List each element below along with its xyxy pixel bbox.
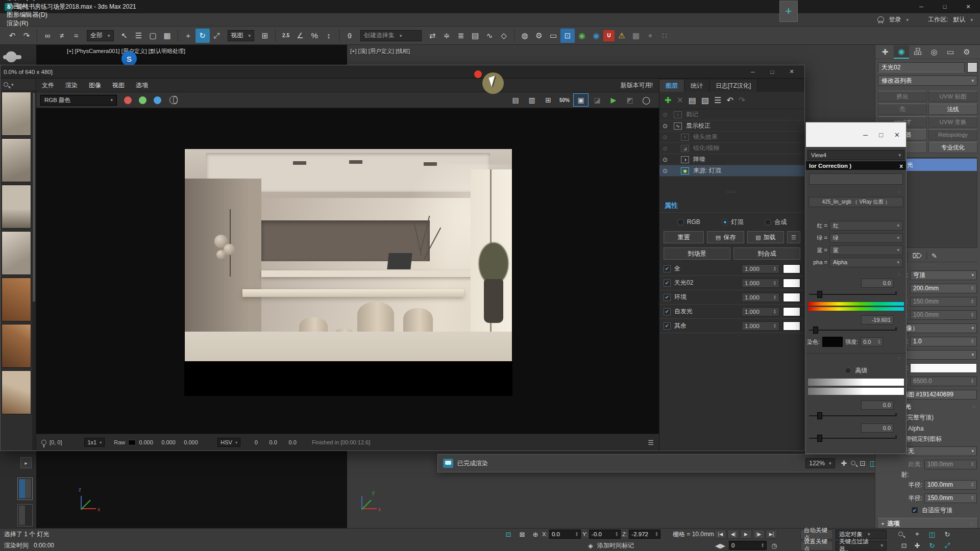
srgb-toggle-icon[interactable] bbox=[169, 96, 178, 104]
layer-row-denoise[interactable]: ⊙ ◑ 降噪 bbox=[659, 154, 804, 165]
modifier-button[interactable]: UVW 贴图 bbox=[928, 91, 977, 102]
modifier-button[interactable]: 专业优化 bbox=[928, 142, 977, 153]
lightmix-color-swatch[interactable] bbox=[783, 293, 800, 302]
curve-editor-icon[interactable]: ∿ bbox=[482, 29, 497, 43]
vfb-close-button[interactable]: ✕ bbox=[782, 66, 801, 78]
save-button[interactable]: ▤保存 bbox=[707, 231, 744, 243]
use-pivot-center-icon[interactable]: ⊞ bbox=[258, 29, 272, 43]
x-coordinate-field[interactable]: 0.0 bbox=[549, 530, 581, 539]
set-keys-button[interactable]: + bbox=[779, 1, 798, 22]
tab-display[interactable]: ▭ bbox=[943, 45, 958, 59]
saturation-value-field[interactable]: -19.601 bbox=[861, 315, 894, 324]
probe-size-dropdown[interactable]: 1x1 bbox=[84, 438, 105, 447]
layer-explorer-icon[interactable]: ▤ bbox=[468, 29, 482, 43]
cc-maximize-button[interactable]: □ bbox=[879, 131, 883, 139]
modifier-button[interactable]: 挤出 bbox=[878, 91, 927, 102]
vfb-minimize-button[interactable]: ─ bbox=[743, 66, 763, 78]
level-slider[interactable] bbox=[809, 435, 897, 442]
workspace-selector[interactable]: 默认 bbox=[953, 15, 965, 24]
history-thumbnail[interactable] bbox=[2, 185, 31, 229]
radio-composite[interactable]: 合成 bbox=[765, 218, 787, 227]
object-name-field[interactable]: 天光02 bbox=[878, 62, 965, 72]
warning-icon[interactable]: ⚠ bbox=[615, 29, 629, 43]
zoom-extents-icon[interactable]: ◫ bbox=[926, 531, 938, 538]
to-scene-button[interactable]: 到场景 bbox=[664, 247, 730, 260]
y-coordinate-field[interactable]: -0.0 bbox=[589, 530, 621, 539]
multiplier-field[interactable]: 1.0 bbox=[910, 337, 977, 346]
cc-source-button[interactable]: 425_lin_srgb （ VRay 位图 ） bbox=[808, 197, 903, 207]
zoom-icon[interactable] bbox=[898, 532, 903, 536]
lightmix-color-swatch[interactable] bbox=[783, 264, 800, 273]
array-icon[interactable]: ▦ bbox=[629, 29, 643, 43]
orbit-subobject-icon[interactable]: ↻ bbox=[926, 542, 938, 549]
schematic-view-icon[interactable]: ◇ bbox=[497, 29, 511, 43]
menu-item[interactable]: 动画(A) bbox=[0, 2, 54, 11]
cc-header-close[interactable]: x bbox=[900, 163, 903, 169]
spinner[interactable] bbox=[773, 266, 776, 271]
viewport-layout-preset[interactable] bbox=[17, 478, 33, 500]
distance-field[interactable]: 100.0mm bbox=[924, 460, 977, 469]
tab-create[interactable]: ✚ bbox=[877, 45, 893, 59]
selection-filter-dropdown[interactable]: 全部 bbox=[87, 30, 114, 41]
hue-value-field[interactable]: 0.0 bbox=[861, 279, 894, 288]
lightmix-color-swatch[interactable] bbox=[783, 307, 800, 316]
multiplier-field[interactable]: 1.000 bbox=[742, 279, 779, 288]
key-filters-button[interactable]: 关键点过滤器.. bbox=[836, 541, 887, 550]
blue-channel-button[interactable] bbox=[154, 96, 161, 104]
vfb-canvas[interactable] bbox=[36, 108, 659, 434]
configure-modifier-sets-icon[interactable]: ✎ bbox=[932, 252, 937, 260]
layer-menu-icon[interactable]: ☰ bbox=[714, 95, 721, 105]
size-field[interactable]: 100.0mm bbox=[910, 310, 977, 320]
layer-row-display-correction[interactable]: ⊙ ∿ 显示校正 bbox=[659, 120, 804, 132]
lightmix-color-swatch[interactable] bbox=[783, 321, 800, 331]
viewport-layout-preset[interactable] bbox=[17, 504, 33, 527]
named-selection-sets-dropdown[interactable]: 创建选择集 bbox=[360, 30, 422, 41]
tab-layers[interactable]: 图层 bbox=[659, 80, 684, 92]
vfb-menu-item[interactable]: 图像 bbox=[83, 81, 107, 90]
vfb-history-search[interactable]: ▾ bbox=[1, 79, 36, 91]
zoom-50-icon[interactable]: 50% bbox=[557, 93, 572, 107]
vfb-title-bar[interactable]: 0.0% of 640 x 480] ─ □ ✕ bbox=[1, 65, 804, 79]
radius-field[interactable]: 150.0mm bbox=[924, 493, 977, 503]
hsv-dropdown[interactable]: HSV bbox=[217, 438, 240, 447]
rendered-frame-window-icon[interactable]: ▭ bbox=[546, 29, 560, 43]
modifier-button[interactable]: 壳 bbox=[878, 104, 927, 115]
reference-coordinate-dropdown[interactable]: 视图 bbox=[228, 30, 255, 41]
pick-object-icon[interactable]: ◪ bbox=[590, 93, 605, 107]
radio-lightmix[interactable]: 灯混 bbox=[722, 218, 744, 227]
radio-rgb[interactable]: RGB bbox=[677, 218, 700, 226]
advanced-radio[interactable]: 高级 bbox=[806, 366, 906, 375]
redo-icon[interactable]: ↷ bbox=[19, 29, 34, 43]
blue-channel-dropdown[interactable]: 蓝 bbox=[829, 245, 903, 255]
isolate-selection-icon[interactable]: ⊡ bbox=[503, 531, 514, 538]
undo-icon[interactable]: ↶ bbox=[726, 95, 733, 105]
history-thumbnail[interactable] bbox=[2, 231, 31, 275]
orbit-icon[interactable]: ↻ bbox=[942, 531, 953, 538]
delete-layer-icon[interactable]: ✕ bbox=[676, 95, 683, 105]
snap-toggle-icon[interactable]: 2.5 bbox=[279, 29, 293, 43]
rotate-icon[interactable]: ↻ bbox=[195, 29, 210, 43]
scene-explorer-icon[interactable]: ≣ bbox=[454, 29, 468, 43]
bind-spacewarp-icon[interactable]: ≈ bbox=[69, 29, 83, 43]
multiplier-field[interactable]: 1.000 bbox=[742, 264, 779, 273]
save-all-channels-icon[interactable]: ▥ bbox=[524, 93, 540, 107]
cc-title-bar[interactable]: ─ □ ✕ bbox=[806, 122, 906, 147]
undo-icon[interactable]: ↶ bbox=[5, 29, 19, 43]
next-frame-button[interactable]: |▶ bbox=[753, 530, 765, 539]
visibility-eye-icon[interactable]: ⊘ bbox=[663, 145, 674, 152]
saturation-slider[interactable] bbox=[809, 327, 897, 334]
hue-slider[interactable] bbox=[809, 291, 897, 298]
modifier-button[interactable]: UVW 变换 bbox=[928, 116, 977, 128]
panel-splitter[interactable]: ∷∷∷ bbox=[659, 190, 804, 195]
window-close-button[interactable]: ✕ bbox=[957, 0, 980, 13]
render-history-icon[interactable]: ◩ bbox=[622, 93, 638, 107]
frame-back-icon[interactable]: ◀▶ bbox=[715, 542, 726, 549]
reset-button[interactable]: 重置 bbox=[664, 231, 704, 243]
visibility-eye-icon[interactable]: ⊙ bbox=[663, 122, 674, 130]
visibility-eye-icon[interactable]: ⊘ bbox=[663, 111, 674, 118]
green-channel-button[interactable] bbox=[139, 96, 146, 104]
percent-snap-icon[interactable]: % bbox=[307, 29, 322, 43]
lightmix-checkbox[interactable] bbox=[664, 280, 671, 287]
vfb-menu-item[interactable]: 文件 bbox=[36, 81, 60, 90]
render-uv-icon[interactable]: U bbox=[603, 30, 615, 41]
